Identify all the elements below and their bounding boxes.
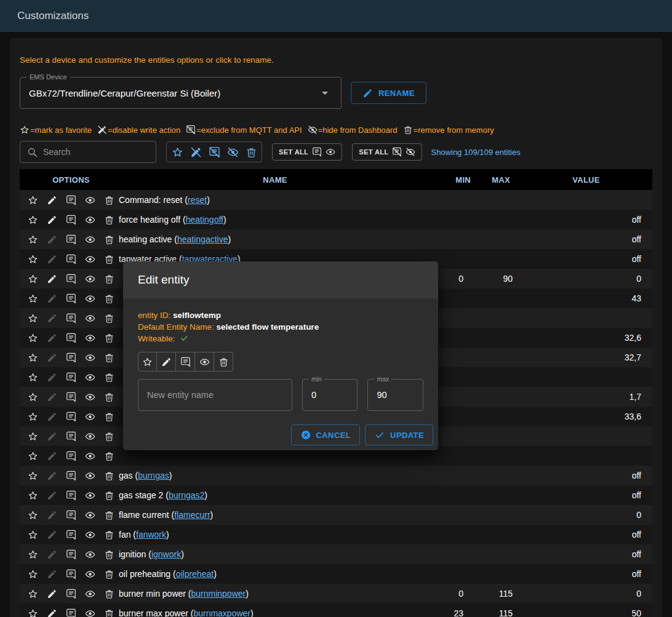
- trash-icon[interactable]: [100, 293, 119, 304]
- star-icon[interactable]: [23, 274, 42, 284]
- star-icon[interactable]: [23, 569, 42, 579]
- entity-shortname-link[interactable]: fanwork: [136, 530, 166, 539]
- comment-icon[interactable]: [62, 215, 81, 225]
- eye-icon[interactable]: [81, 451, 100, 461]
- entity-shortname-link[interactable]: flamecurr: [174, 510, 210, 520]
- comment-icon[interactable]: [62, 254, 81, 265]
- entity-shortname-link[interactable]: burnminpower: [191, 589, 246, 599]
- pencil-icon[interactable]: [42, 431, 62, 442]
- trash-icon[interactable]: [100, 392, 119, 402]
- comment-icon[interactable]: [62, 471, 81, 481]
- comment-icon[interactable]: [62, 333, 81, 343]
- comment-icon[interactable]: [62, 549, 81, 560]
- table-row[interactable]: heating active (heatingactive)off: [20, 229, 652, 249]
- pencil-icon[interactable]: [42, 293, 62, 304]
- trash-icon[interactable]: [100, 352, 119, 363]
- favorite-filter-button[interactable]: [168, 143, 186, 161]
- comment-icon[interactable]: [62, 234, 81, 245]
- update-button[interactable]: UPDATE: [365, 424, 433, 445]
- hide-dashboard-filter-button[interactable]: [223, 143, 242, 161]
- table-row[interactable]: force heating off (heatingoff)off: [20, 210, 652, 229]
- star-icon[interactable]: [23, 352, 42, 363]
- trash-icon[interactable]: [100, 234, 119, 245]
- eye-icon[interactable]: [81, 549, 100, 560]
- pencil-icon[interactable]: [42, 372, 62, 383]
- star-icon[interactable]: [23, 608, 42, 617]
- trash-icon[interactable]: [100, 569, 119, 579]
- table-row[interactable]: Command: reset (reset): [20, 190, 652, 210]
- set-all-visible-button[interactable]: SET ALL: [272, 143, 342, 161]
- pencil-icon[interactable]: [42, 313, 62, 324]
- comment-icon[interactable]: [62, 490, 81, 501]
- eye-icon[interactable]: [81, 392, 100, 402]
- star-icon[interactable]: [23, 412, 42, 422]
- eye-icon[interactable]: [81, 195, 100, 205]
- table-row[interactable]: fan (fanwork)off: [20, 525, 652, 544]
- exclude-mqtt-filter-button[interactable]: [205, 143, 223, 161]
- comment-icon[interactable]: [62, 451, 81, 461]
- table-row[interactable]: gas (burngas)off: [20, 466, 652, 485]
- eye-icon[interactable]: [81, 412, 100, 422]
- comment-icon[interactable]: [62, 392, 81, 402]
- eye-icon[interactable]: [81, 215, 100, 225]
- table-row[interactable]: burner max power (burnmaxpower)2311550: [20, 603, 652, 617]
- entity-shortname-link[interactable]: heatingactive: [177, 234, 228, 244]
- table-row[interactable]: gas stage 2 (burngas2)off: [20, 485, 652, 505]
- rename-button[interactable]: RENAME: [351, 82, 426, 104]
- eye-icon[interactable]: [81, 490, 100, 501]
- entity-shortname-link[interactable]: heatingoff: [186, 215, 223, 225]
- trash-icon[interactable]: [100, 451, 119, 461]
- pencil-icon[interactable]: [42, 392, 62, 402]
- eye-icon[interactable]: [81, 254, 100, 265]
- pencil-icon[interactable]: [42, 215, 62, 225]
- star-icon[interactable]: [23, 333, 42, 343]
- eye-icon[interactable]: [81, 313, 100, 324]
- hide-dashboard-toggle[interactable]: [195, 352, 214, 372]
- eye-icon[interactable]: [81, 352, 100, 363]
- pencil-icon[interactable]: [42, 195, 62, 205]
- star-icon[interactable]: [23, 215, 42, 225]
- pencil-icon[interactable]: [42, 333, 62, 343]
- star-icon[interactable]: [23, 195, 42, 205]
- table-row[interactable]: oil preheating (oilpreheat)off: [20, 564, 652, 584]
- comment-icon[interactable]: [62, 274, 81, 284]
- star-icon[interactable]: [23, 293, 42, 304]
- exclude-mqtt-toggle[interactable]: [176, 352, 195, 372]
- comment-icon[interactable]: [62, 530, 81, 540]
- trash-icon[interactable]: [100, 274, 119, 284]
- trash-icon[interactable]: [100, 510, 119, 520]
- pencil-icon[interactable]: [42, 530, 62, 540]
- max-input[interactable]: [368, 390, 423, 400]
- comment-icon[interactable]: [62, 412, 81, 422]
- comment-icon[interactable]: [62, 589, 81, 599]
- entity-shortname-link[interactable]: ignwork: [151, 549, 181, 559]
- table-row[interactable]: ignition (ignwork)off: [20, 544, 652, 564]
- star-icon[interactable]: [23, 490, 42, 501]
- favorite-toggle[interactable]: [138, 352, 157, 372]
- table-row[interactable]: burner min power (burnminpower)01150: [20, 584, 652, 603]
- new-entity-name-input[interactable]: [138, 379, 292, 411]
- trash-icon[interactable]: [100, 549, 119, 560]
- star-icon[interactable]: [23, 549, 42, 560]
- comment-icon[interactable]: [62, 313, 81, 324]
- pencil-icon[interactable]: [42, 451, 62, 461]
- pencil-icon[interactable]: [42, 490, 62, 501]
- eye-icon[interactable]: [81, 471, 100, 481]
- pencil-icon[interactable]: [42, 471, 62, 481]
- pencil-icon[interactable]: [42, 608, 62, 617]
- comment-icon[interactable]: [62, 608, 81, 617]
- disable-write-toggle[interactable]: [157, 352, 176, 372]
- cancel-button[interactable]: CANCEL: [291, 424, 361, 445]
- pencil-icon[interactable]: [42, 569, 62, 579]
- comment-icon[interactable]: [62, 352, 81, 363]
- entity-shortname-link[interactable]: reset: [188, 195, 207, 205]
- entity-shortname-link[interactable]: burngas2: [169, 490, 204, 500]
- pencil-icon[interactable]: [42, 412, 62, 422]
- trash-icon[interactable]: [100, 333, 119, 343]
- star-icon[interactable]: [23, 392, 42, 402]
- trash-icon[interactable]: [100, 530, 119, 540]
- comment-icon[interactable]: [62, 431, 81, 442]
- comment-icon[interactable]: [62, 510, 81, 520]
- pencil-icon[interactable]: [42, 549, 62, 560]
- trash-icon[interactable]: [100, 254, 119, 265]
